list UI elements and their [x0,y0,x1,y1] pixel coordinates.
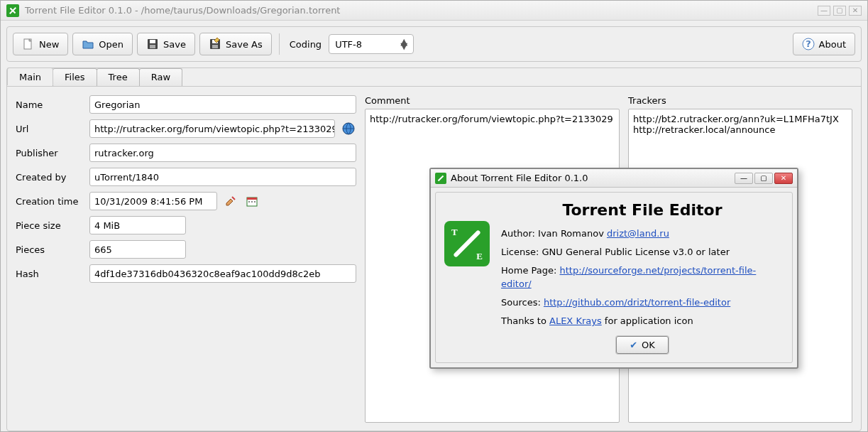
about-label: About [819,39,846,50]
tab-raw-label: Raw [151,72,170,82]
publisher-input[interactable]: rutracker.org [89,144,356,162]
close-button[interactable]: ✕ [849,6,862,16]
about-homepage: Home Page: http://sourceforge.net/projec… [501,264,784,290]
svg-rect-6 [212,45,218,48]
check-icon: ✔ [630,340,637,350]
about-license: License: GNU General Public License v3.0… [501,246,784,259]
about-heading: Torrent File Editor [501,201,784,219]
left-column: Name Gregorian Url http://rutracker.org/… [16,95,356,423]
creationtime-label: Creation time [16,196,84,207]
pieces-label: Pieces [16,244,84,255]
tab-tree-label: Tree [109,72,128,82]
tab-files-label: Files [65,72,85,82]
dialog-titlebar: About Torrent File Editor 0.1.0 — ▢ ✕ [431,169,797,188]
svg-rect-13 [251,201,253,202]
about-thanks: Thanks to ALEX Krays for application ico… [501,315,784,328]
hash-label: Hash [16,269,84,279]
saveas-icon [209,38,221,50]
new-label: New [39,39,59,50]
dialog-maximize-button[interactable]: ▢ [754,173,773,184]
svg-text:?: ? [806,38,811,49]
ok-button[interactable]: ✔ OK [616,336,669,354]
dialog-minimize-button[interactable]: — [735,173,753,184]
tab-main[interactable]: Main [7,68,53,85]
titlebar: Torrent File Editor 0.1.0 - /home/taurus… [1,1,867,21]
about-sources: Sources: http://github.com/drizt/torrent… [501,296,784,309]
new-file-icon [22,38,35,50]
saveas-button[interactable]: Save As [199,33,272,55]
svg-rect-3 [150,45,155,48]
hash-input[interactable]: 4df1de37316db0436320c8eaf9ac100dd9d8c2eb [89,264,356,283]
svg-rect-2 [150,40,155,43]
coding-value: UTF-8 [335,39,362,50]
saveas-label: Save As [226,39,263,50]
dialog-app-icon [435,173,446,184]
save-label: Save [163,39,186,50]
publisher-label: Publisher [16,148,84,158]
save-icon [146,38,159,50]
window-controls: — ▢ ✕ [818,6,862,16]
open-label: Open [99,39,123,50]
tab-main-label: Main [19,72,41,82]
toolbar-separator [279,33,280,55]
dialog-logo-icon: TE [444,221,490,266]
creationtime-input[interactable]: 10/31/2009 8:41:56 PM [89,192,217,210]
name-input[interactable]: Gregorian [89,95,356,114]
dialog-body: TE Torrent File Editor Author: Ivan Roma… [435,192,793,363]
svg-rect-14 [254,201,256,202]
trackers-label: Trackers [628,95,852,106]
svg-rect-12 [248,201,250,202]
toolbar: New Open Save Save As Coding UTF-8 ▲▼ [6,26,862,62]
save-button[interactable]: Save [137,33,195,55]
dialog-content: Torrent File Editor Author: Ivan Romanov… [501,201,784,354]
dialog-title: About Torrent File Editor 0.1.0 [451,173,588,183]
author-email-link[interactable]: drizt@land.ru [607,228,669,239]
tab-raw[interactable]: Raw [139,68,182,86]
help-icon: ? [802,38,815,50]
clear-time-icon[interactable] [223,193,238,209]
about-button[interactable]: ? About [793,33,855,55]
ok-label: OK [642,340,655,350]
createdby-label: Created by [16,172,84,183]
sources-link[interactable]: http://github.com/drizt/torrent-file-edi… [544,297,730,308]
tab-strip: Main Files Tree Raw [7,68,861,85]
pieces-input[interactable]: 665 [89,240,186,259]
name-label: Name [16,99,84,110]
coding-label: Coding [290,39,322,50]
url-input[interactable]: http://rutracker.org/forum/viewtopic.php… [89,119,335,138]
dropdown-arrows-icon: ▲▼ [400,40,407,48]
window-title: Torrent File Editor 0.1.0 - /home/taurus… [25,5,340,16]
tab-files[interactable]: Files [53,68,97,86]
app-icon [6,4,19,17]
comment-label: Comment [365,95,620,106]
about-dialog: About Torrent File Editor 0.1.0 — ▢ ✕ TE… [429,168,798,369]
thanks-link[interactable]: ALEX Krays [549,315,602,326]
open-folder-icon [82,38,94,50]
open-button[interactable]: Open [72,33,133,55]
tab-tree[interactable]: Tree [97,68,140,86]
calendar-icon[interactable] [244,193,260,209]
url-label: Url [16,124,84,134]
minimize-button[interactable]: — [818,6,830,16]
coding-combobox[interactable]: UTF-8 ▲▼ [329,34,414,54]
dialog-close-button[interactable]: ✕ [774,173,793,184]
new-button[interactable]: New [13,33,68,55]
svg-rect-11 [247,198,257,200]
globe-icon[interactable] [341,121,356,136]
maximize-button[interactable]: ▢ [833,6,846,16]
createdby-input[interactable]: uTorrent/1840 [89,168,356,186]
piecesize-label: Piece size [16,220,84,231]
about-author: Author: Ivan Romanov drizt@land.ru [501,227,784,240]
piecesize-input[interactable]: 4 MiB [89,216,186,234]
